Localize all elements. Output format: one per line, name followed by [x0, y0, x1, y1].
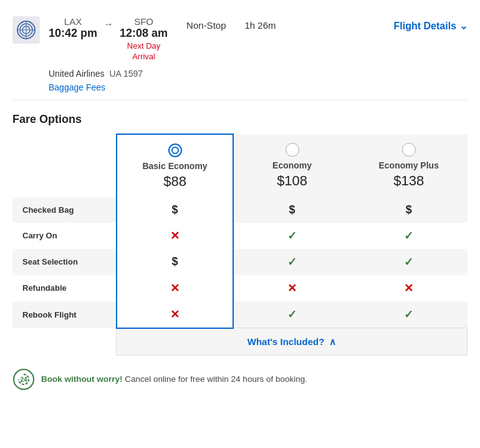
basic-economy-col-header[interactable]: Basic Economy $88: [117, 134, 234, 197]
economy-radio[interactable]: [286, 143, 299, 157]
fare-section: Fare Options Basic Economy $88: [12, 113, 468, 356]
24hr-icon: 24: [12, 368, 35, 391]
radio-inner-circle: [171, 147, 179, 154]
chevron-up-icon: ∧: [329, 336, 336, 347]
economy-col-header[interactable]: Economy $108: [233, 134, 350, 197]
checked-bag-economy-plus: $: [350, 197, 468, 223]
airline-info: United Airlines UA 1597: [49, 69, 468, 79]
refundable-economy-plus: ✕: [350, 275, 468, 301]
rebook-economy-plus: ✓: [350, 301, 468, 328]
flight-card: LAX 10:42 pm → SFO 12:08 am Next Day Arr…: [12, 10, 468, 391]
dest-code: SFO: [134, 16, 153, 27]
fare-options-title: Fare Options: [12, 113, 468, 126]
whats-included-cell: What's Included? ∧: [117, 328, 468, 356]
fare-label-col: [12, 134, 117, 197]
chevron-down-icon: ⌄: [459, 20, 468, 32]
economy-plus-col-header[interactable]: Economy Plus $138: [350, 134, 468, 197]
nonstop-label: Non-Stop: [186, 20, 226, 31]
seat-selection-economy: ✓: [233, 249, 350, 275]
economy-plus-price: $138: [360, 170, 458, 194]
svg-text:24: 24: [20, 376, 27, 383]
whats-included-row: What's Included? ∧: [12, 328, 468, 356]
baggage-fees-link[interactable]: Baggage Fees: [49, 82, 468, 92]
duration-label: 1h 26m: [244, 20, 276, 31]
refundable-economy: ✕: [233, 275, 350, 301]
seat-selection-label: Seat Selection: [12, 249, 117, 275]
whats-included-link[interactable]: What's Included? ∧: [247, 336, 337, 347]
airline-name: United Airlines: [49, 69, 105, 79]
flight-number: UA 1597: [109, 69, 143, 79]
basic-economy-name: Basic Economy: [127, 161, 223, 171]
flight-details-label: Flight Details: [394, 21, 456, 32]
arrow-icon: →: [103, 19, 113, 30]
checked-bag-economy: $: [233, 197, 350, 223]
fare-header-row: Basic Economy $88 Economy $108: [12, 134, 468, 197]
rebook-row: Rebook Flight ✕ ✓ ✓: [12, 301, 468, 328]
airline-logo: [12, 16, 40, 44]
refundable-label: Refundable: [12, 275, 117, 301]
origin-time: 10:42 pm: [49, 27, 97, 40]
checked-bag-basic: $: [117, 197, 234, 223]
origin-airport: LAX 10:42 pm: [49, 16, 97, 40]
carry-on-basic: ✕: [117, 223, 234, 249]
refundable-row: Refundable ✕ ✕ ✕: [12, 275, 468, 301]
whats-included-empty: [12, 328, 117, 356]
rebook-basic: ✕: [117, 301, 234, 328]
checked-bag-row: Checked Bag $ $ $: [12, 197, 468, 223]
book-worry-text: Book without worry! Cancel online for fr…: [41, 374, 307, 384]
basic-economy-price: $88: [127, 171, 223, 195]
economy-price: $108: [244, 170, 340, 194]
carry-on-economy: ✓: [233, 223, 350, 249]
dest-time: 12:08 am: [120, 27, 168, 40]
checked-bag-label: Checked Bag: [12, 197, 117, 223]
book-worry-detail: Cancel online for free within 24 hours o…: [125, 374, 307, 384]
seat-selection-basic: $: [117, 249, 234, 275]
seat-selection-economy-plus: ✓: [350, 249, 468, 275]
carry-on-row: Carry On ✕ ✓ ✓: [12, 223, 468, 249]
flight-details-button[interactable]: Flight Details ⌄: [394, 20, 468, 32]
book-worry-section: 24 Book without worry! Cancel online for…: [12, 368, 468, 391]
route-row: LAX 10:42 pm → SFO 12:08 am Next Day Arr…: [49, 16, 276, 62]
dest-airport: SFO 12:08 am Next Day Arrival: [120, 16, 168, 62]
rebook-label: Rebook Flight: [12, 301, 117, 328]
basic-economy-radio[interactable]: [168, 144, 182, 157]
carry-on-economy-plus: ✓: [350, 223, 468, 249]
flight-header: LAX 10:42 pm → SFO 12:08 am Next Day Arr…: [12, 10, 468, 100]
dest-airport-inner: SFO 12:08 am: [120, 16, 168, 40]
origin-code: LAX: [64, 16, 82, 27]
next-day-label: Next Day Arrival: [127, 41, 160, 62]
economy-name: Economy: [244, 160, 340, 170]
fare-table: Basic Economy $88 Economy $108: [12, 134, 468, 356]
seat-selection-row: Seat Selection $ ✓ ✓: [12, 249, 468, 275]
refundable-basic: ✕: [117, 275, 234, 301]
book-worry-bold: Book without worry!: [41, 374, 123, 384]
rebook-economy: ✓: [233, 301, 350, 328]
flight-meta: Non-Stop 1h 26m: [186, 20, 276, 31]
carry-on-label: Carry On: [12, 223, 117, 249]
flight-info: LAX 10:42 pm → SFO 12:08 am Next Day Arr…: [49, 16, 468, 92]
economy-plus-name: Economy Plus: [360, 160, 458, 170]
economy-plus-radio[interactable]: [402, 143, 416, 157]
